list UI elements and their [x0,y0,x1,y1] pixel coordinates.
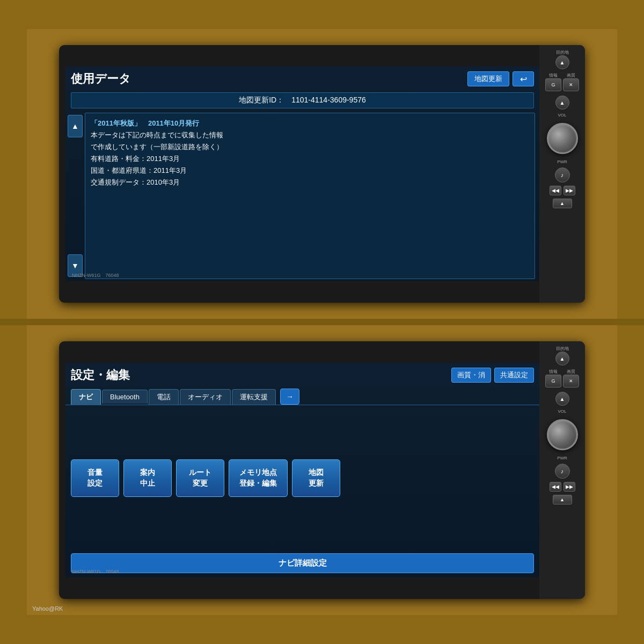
menu-btn-guide-stop[interactable]: 案内中止 [123,459,172,497]
tabs-row: ナビ Bluetooth 電話 オーディオ 運転支援 → [65,386,539,405]
menu-btn-volume[interactable]: 音量設定 [71,459,119,497]
vol-label-b: VOL [558,409,566,414]
content-line5: 国道・都道府県道：2011年3月 [91,165,529,177]
next-button-b[interactable]: ▶▶ [564,482,575,492]
power-button[interactable]: ♪ [555,167,570,182]
content-line3: で作成しています（一部新設道路を除く） [91,141,529,153]
info-button[interactable]: G [545,78,561,91]
pwr-label: PWR [557,159,567,164]
power-button-b[interactable]: ♪ [555,464,570,479]
header-buttons: 地図更新 ↩ [467,71,534,86]
map-update-button[interactable]: 地図更新 [467,71,509,86]
menu-button[interactable]: ✕ [563,78,579,91]
model-label-top: NHZN-W61G 76048 [72,272,119,279]
eject-button-b[interactable]: ▲ [553,495,572,504]
menu-btn-memory[interactable]: メモリ地点登録・編集 [229,459,288,497]
page-title-top: 使用データ [71,71,131,87]
content-line1: 「2011年秋版」 2011年10月発行 [91,118,529,129]
top-panel: 使用データ 地図更新 ↩ 地図更新ID： 1101-4114-3609-9576… [27,29,617,319]
vol-label: VOL [558,113,566,118]
back-button[interactable]: ↩ [513,71,534,86]
content-line2: 本データは下記の時点までに収集した情報 [91,129,529,141]
dest-button-b[interactable]: ▲ [555,352,569,365]
tab-arrow-button[interactable]: → [280,389,299,405]
model-label-bottom: NHZN-W61G 76048 [72,568,119,575]
bottom-header-buttons: 画質・消 共通設定 [451,368,534,383]
info-menu-buttons: 情報 G 画質 ✕ [545,72,579,91]
page-title-bottom: 設定・編集 [71,367,130,383]
screen-area-bottom: 設定・編集 画質・消 共通設定 ナビ Bluetooth 電話 オーディオ 運転… [65,363,539,577]
content-line6: 交通規制データ：2010年3月 [91,177,529,188]
dest-label-b: 目的地 [555,346,569,352]
pwr-label-b: PWR [557,456,567,460]
menu-label: 画質 [563,72,579,78]
side-controls-top: 目的地 ▲ 情報 G 画質 ✕ ▲ VOL PWR ♪ ◀◀ ▶▶ [539,45,585,303]
dest-button[interactable]: ▲ [555,55,569,69]
panel-divider [0,319,644,325]
eject-button[interactable]: ▲ [553,199,572,208]
info-label-b: 情報 [545,369,561,375]
menu-label-b: 画質 [563,369,579,375]
volume-knob-b[interactable] [547,419,578,450]
watermark: Yahoo@RK [32,605,63,612]
screen-bottom: 設定・編集 画質・消 共通設定 ナビ Bluetooth 電話 オーディオ 運転… [65,363,539,577]
menu-grid: 音量設定 案内中止 ルート変更 メモリ地点登録・編集 地図更新 [65,405,539,551]
scroll-buttons: ▲ ▼ [65,113,85,279]
tab-phone[interactable]: 電話 [149,389,179,405]
content-area: ▲ ▼ 「2011年秋版」 2011年10月発行 本データは下記の時点までに収集… [65,113,539,279]
tab-drive-support[interactable]: 運転支援 [232,389,276,405]
content-line4: 有料道路・料金：2011年3月 [91,153,529,165]
tab-bluetooth[interactable]: Bluetooth [102,390,148,404]
common-settings-button[interactable]: 共通設定 [494,368,534,383]
screen-top: 使用データ 地図更新 ↩ 地図更新ID： 1101-4114-3609-9576… [65,67,539,281]
up-button-b[interactable]: ▲ [555,392,569,406]
device-bottom: 設定・編集 画質・消 共通設定 ナビ Bluetooth 電話 オーディオ 運転… [59,341,585,599]
quality-button[interactable]: 画質・消 [451,368,491,383]
volume-knob[interactable] [547,123,578,154]
bottom-panel: 設定・編集 画質・消 共通設定 ナビ Bluetooth 電話 オーディオ 運転… [27,325,617,615]
info-label: 情報 [545,72,561,78]
up-button[interactable]: ▲ [555,96,569,109]
map-id-bar: 地図更新ID： 1101-4114-3609-9576 [71,92,534,108]
prev-button[interactable]: ◀◀ [550,186,561,195]
info-button-b[interactable]: G [545,375,561,387]
top-header: 使用データ 地図更新 ↩ [65,67,539,90]
scroll-up-button[interactable]: ▲ [68,115,83,137]
next-button[interactable]: ▶▶ [564,186,575,195]
dest-label: 目的地 [555,49,569,55]
screen-area-top: 使用データ 地図更新 ↩ 地図更新ID： 1101-4114-3609-9576… [65,67,539,281]
tab-audio[interactable]: オーディオ [180,389,231,405]
side-controls-bottom: 目的地 ▲ 情報 G 画質 ✕ ▲ VOL PWR ♪ ◀◀ ▶▶ [539,341,585,599]
menu-button-b[interactable]: ✕ [563,375,579,387]
prev-button-b[interactable]: ◀◀ [550,482,561,492]
menu-btn-map-update[interactable]: 地図更新 [292,459,340,497]
bottom-header: 設定・編集 画質・消 共通設定 [65,363,539,386]
navi-detail-button[interactable]: ナビ詳細設定 [71,553,534,573]
content-text: 「2011年秋版」 2011年10月発行 本データは下記の時点までに収集した情報… [85,113,535,279]
device-top: 使用データ 地図更新 ↩ 地図更新ID： 1101-4114-3609-9576… [59,45,585,303]
tab-navi[interactable]: ナビ [71,389,101,405]
info-menu-buttons-b: 情報 G 画質 ✕ [545,369,579,387]
menu-btn-route[interactable]: ルート変更 [176,459,224,497]
